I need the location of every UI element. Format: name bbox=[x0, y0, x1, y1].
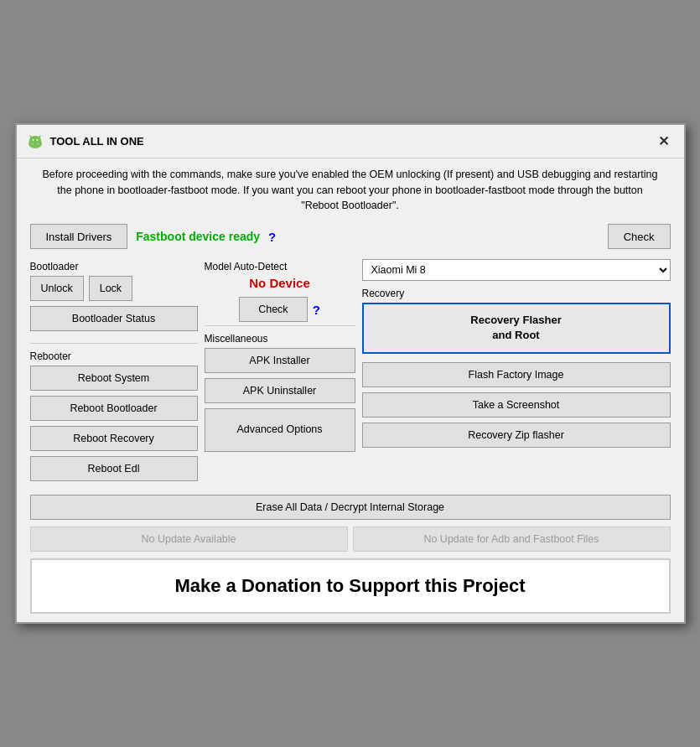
svg-point-6 bbox=[29, 136, 41, 144]
model-check-button[interactable]: Check bbox=[239, 297, 307, 322]
misc-label: Miscellaneous bbox=[205, 333, 355, 345]
middle-panel: Model Auto-Detect No Device Check ? Misc… bbox=[205, 259, 355, 481]
recovery-section-label: Recovery bbox=[362, 288, 671, 299]
rebooter-label: Rebooter bbox=[30, 350, 198, 362]
recovery-flasher-button[interactable]: Recovery Flasherand Root bbox=[362, 303, 671, 353]
misc-right-buttons: Flash Factory Image Take a Screenshot Re… bbox=[362, 362, 671, 448]
screenshot-button[interactable]: Take a Screenshot bbox=[362, 392, 671, 418]
erase-section: Erase All Data / Decrypt Internal Storag… bbox=[30, 490, 671, 520]
bootloader-status-button[interactable]: Bootloader Status bbox=[30, 306, 198, 331]
install-row: Install Drivers Fastboot device ready ? … bbox=[30, 224, 671, 249]
model-dropdown-row: Xiaomi Mi 8 Xiaomi Mi 9 Xiaomi Mi 10 Xia… bbox=[362, 259, 671, 281]
update-row: No Update Available No Update for Adb an… bbox=[30, 527, 671, 552]
apk-installer-button[interactable]: APK Installer bbox=[205, 348, 355, 373]
titlebar: TOOL ALL IN ONE ✕ bbox=[17, 125, 684, 158]
no-adb-update-label: No Update for Adb and Fastboot Files bbox=[353, 527, 671, 552]
no-device-status: No Device bbox=[205, 276, 355, 290]
lock-button[interactable]: Lock bbox=[89, 276, 132, 301]
svg-point-7 bbox=[32, 139, 34, 141]
model-help-link[interactable]: ? bbox=[313, 303, 320, 317]
content-area: Before proceeding with the commands, mak… bbox=[17, 158, 684, 622]
fastboot-status: Fastboot device ready bbox=[136, 230, 260, 243]
right-panel: Xiaomi Mi 8 Xiaomi Mi 9 Xiaomi Mi 10 Xia… bbox=[362, 259, 671, 481]
left-panel: Bootloader Unlock Lock Bootloader Status… bbox=[30, 259, 198, 481]
erase-all-button[interactable]: Erase All Data / Decrypt Internal Storag… bbox=[30, 495, 671, 520]
model-check-row: Check ? bbox=[205, 297, 355, 322]
recovery-zip-button[interactable]: Recovery Zip flasher bbox=[362, 423, 671, 448]
description-text: Before proceeding with the commands, mak… bbox=[30, 167, 671, 214]
reboot-recovery-button[interactable]: Reboot Recovery bbox=[30, 426, 198, 451]
check-button[interactable]: Check bbox=[608, 224, 671, 249]
apk-uninstaller-button[interactable]: APK Uninstaller bbox=[205, 378, 355, 403]
no-update-label: No Update Available bbox=[30, 527, 348, 552]
model-detect-label: Model Auto-Detect bbox=[205, 261, 355, 272]
rebooter-buttons: Reboot System Reboot Bootloader Reboot R… bbox=[30, 366, 198, 481]
android-icon bbox=[27, 132, 44, 149]
main-grid: Bootloader Unlock Lock Bootloader Status… bbox=[30, 259, 671, 481]
advanced-options-button[interactable]: Advanced Options bbox=[205, 408, 355, 452]
svg-point-8 bbox=[36, 139, 38, 141]
titlebar-left: TOOL ALL IN ONE bbox=[27, 132, 144, 149]
window-title: TOOL ALL IN ONE bbox=[50, 135, 144, 148]
reboot-bootloader-button[interactable]: Reboot Bootloader bbox=[30, 396, 198, 421]
close-button[interactable]: ✕ bbox=[653, 132, 674, 151]
install-drivers-button[interactable]: Install Drivers bbox=[30, 224, 128, 249]
model-dropdown-container: Xiaomi Mi 8 Xiaomi Mi 9 Xiaomi Mi 10 Xia… bbox=[362, 259, 671, 281]
bootloader-label: Bootloader bbox=[30, 261, 198, 272]
reboot-edl-button[interactable]: Reboot Edl bbox=[30, 456, 198, 481]
misc-left-buttons: APK Installer APK Uninstaller Advanced O… bbox=[205, 348, 355, 452]
recovery-flasher-label: Recovery Flasherand Root bbox=[470, 314, 561, 341]
main-window: TOOL ALL IN ONE ✕ Before proceeding with… bbox=[15, 123, 686, 624]
divider-2 bbox=[205, 325, 355, 326]
donation-bar[interactable]: Make a Donation to Support this Project bbox=[30, 558, 671, 614]
reboot-system-button[interactable]: Reboot System bbox=[30, 366, 198, 391]
model-select[interactable]: Xiaomi Mi 8 Xiaomi Mi 9 Xiaomi Mi 10 Xia… bbox=[362, 259, 671, 281]
flash-factory-button[interactable]: Flash Factory Image bbox=[362, 362, 671, 387]
fastboot-help-link[interactable]: ? bbox=[268, 230, 276, 244]
unlock-button[interactable]: Unlock bbox=[30, 276, 84, 301]
divider-1 bbox=[30, 343, 198, 344]
bootloader-buttons: Unlock Lock bbox=[30, 276, 198, 301]
